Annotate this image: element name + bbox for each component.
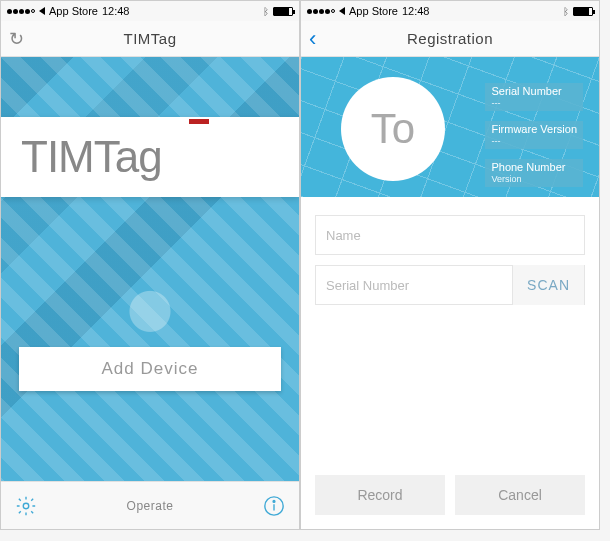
avatar[interactable]: To — [341, 77, 445, 181]
back-button[interactable]: ‹ — [309, 26, 316, 52]
carrier-label: App Store — [49, 5, 98, 17]
time-label: 12:48 — [402, 5, 430, 17]
nav-title: Registration — [407, 30, 493, 47]
bluetooth-icon: ᛒ — [263, 6, 269, 17]
hero-area: TIMTag Add Device — [1, 57, 299, 481]
scan-button[interactable]: SCAN — [512, 265, 584, 305]
registration-form: Name Serial Number SCAN — [301, 197, 599, 475]
record-button[interactable]: Record — [315, 475, 445, 515]
serial-placeholder: Serial Number — [316, 278, 512, 293]
screen-home: App Store 12:48 ᛒ ↻ TIMTag TIMTag Add De… — [0, 0, 300, 530]
registration-actions: Record Cancel — [301, 475, 599, 529]
add-device-label: Add Device — [102, 359, 199, 379]
nav-bar: ‹ Registration — [301, 21, 599, 57]
battery-icon — [573, 7, 593, 16]
add-device-button[interactable]: Add Device — [19, 347, 281, 391]
firmware-version-info: Firmware Version --- — [485, 121, 583, 149]
registration-header: To Serial Number --- Firmware Version --… — [301, 57, 599, 197]
phone-number-info: Phone Number Version — [485, 159, 583, 187]
screen-registration: App Store 12:48 ᛒ ‹ Registration To Seri… — [300, 0, 600, 530]
settings-button[interactable] — [15, 495, 37, 517]
signal-dots-icon — [307, 9, 335, 14]
time-label: 12:48 — [102, 5, 130, 17]
refresh-icon: ↻ — [9, 28, 24, 50]
info-button[interactable] — [263, 495, 285, 517]
bottom-toolbar: Operate — [1, 481, 299, 529]
brand-accent-icon — [189, 119, 209, 124]
signal-dots-icon — [7, 9, 35, 14]
refresh-button[interactable]: ↻ — [9, 28, 24, 50]
name-placeholder: Name — [326, 228, 361, 243]
back-to-app-icon[interactable] — [339, 7, 345, 15]
serial-number-info: Serial Number --- — [485, 83, 583, 111]
back-to-app-icon[interactable] — [39, 7, 45, 15]
brand-text: TIMTag — [21, 132, 162, 182]
avatar-placeholder-text: To — [371, 105, 415, 153]
status-bar: App Store 12:48 ᛒ — [1, 1, 299, 21]
svg-point-3 — [273, 500, 275, 502]
name-field[interactable]: Name — [315, 215, 585, 255]
status-bar: App Store 12:48 ᛒ — [301, 1, 599, 21]
gear-icon — [15, 495, 37, 517]
device-info-panel: Serial Number --- Firmware Version --- P… — [485, 83, 583, 187]
brand-banner: TIMTag — [1, 117, 299, 197]
serial-number-field[interactable]: Serial Number SCAN — [315, 265, 585, 305]
nav-title: TIMTag — [123, 30, 176, 47]
scan-label: SCAN — [527, 277, 570, 293]
bluetooth-icon: ᛒ — [563, 6, 569, 17]
battery-icon — [273, 7, 293, 16]
operate-label[interactable]: Operate — [127, 499, 174, 513]
cancel-button[interactable]: Cancel — [455, 475, 585, 515]
info-icon — [263, 495, 285, 517]
carrier-label: App Store — [349, 5, 398, 17]
cancel-label: Cancel — [498, 487, 542, 503]
nav-bar: ↻ TIMTag — [1, 21, 299, 57]
record-label: Record — [357, 487, 402, 503]
chevron-left-icon: ‹ — [309, 26, 316, 52]
svg-point-0 — [23, 503, 29, 509]
